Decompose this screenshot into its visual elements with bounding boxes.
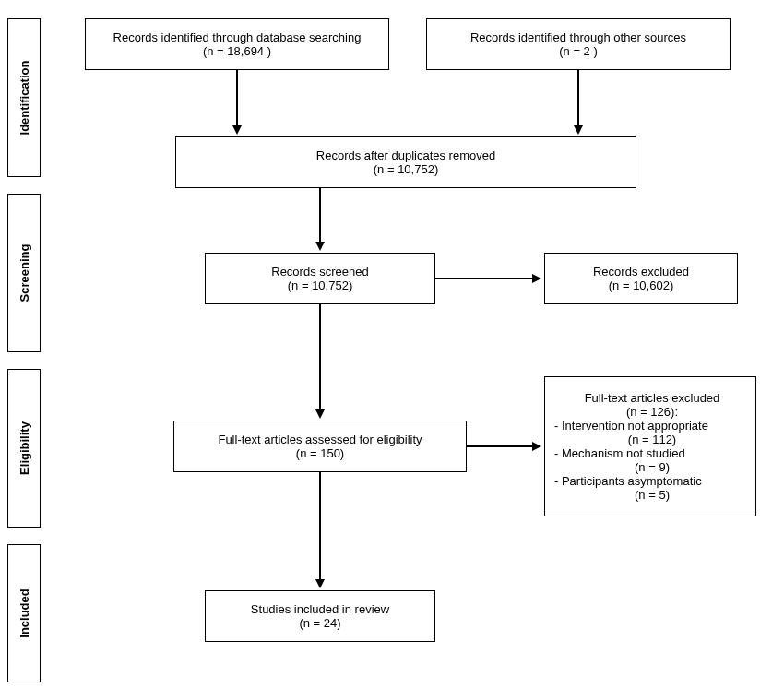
arrow [577, 70, 579, 125]
arrowhead-icon [232, 125, 242, 135]
box-text: (n = 10,752) [288, 279, 352, 292]
phase-label: Screening [18, 244, 31, 303]
phase-included: Included [7, 544, 41, 682]
box-excluded-screening: Records excluded (n = 10,602) [544, 253, 738, 304]
prisma-flow-diagram: Identification Screening Eligibility Inc… [0, 0, 784, 700]
box-text: (n = 150) [296, 446, 344, 460]
box-text: Full-text articles excluded [585, 391, 720, 405]
arrow [435, 278, 532, 279]
arrow [319, 472, 321, 579]
box-screened: Records screened (n = 10,752) [205, 253, 435, 304]
box-text: Records screened [271, 265, 369, 279]
box-text: (n = 2 ) [559, 44, 598, 58]
box-text: Records identified through database sear… [113, 30, 362, 44]
arrow [319, 304, 321, 409]
box-text: - Mechanism not studied [554, 446, 685, 460]
box-text: (n = 18,694 ) [203, 44, 271, 58]
box-db-search: Records identified through database sear… [85, 18, 389, 70]
arrowhead-icon [574, 125, 583, 135]
box-text: (n = 10,602) [609, 279, 673, 292]
box-text: - Intervention not appropriate [554, 419, 708, 433]
box-after-duplicates: Records after duplicates removed (n = 10… [175, 136, 636, 188]
box-fulltext-excluded: Full-text articles excluded (n = 126): -… [544, 376, 756, 516]
box-text: Studies included in review [251, 602, 389, 616]
arrow [467, 445, 532, 447]
arrowhead-icon [532, 442, 541, 451]
box-other-sources: Records identified through other sources… [426, 18, 731, 70]
arrowhead-icon [315, 242, 325, 251]
box-text: - Participants asymptomatic [554, 474, 702, 488]
arrowhead-icon [315, 409, 325, 419]
box-text: Records excluded [593, 265, 689, 279]
phase-label: Included [18, 588, 31, 637]
box-text: Records identified through other sources [470, 30, 686, 44]
arrow [319, 188, 321, 242]
box-text: Records after duplicates removed [316, 148, 495, 162]
arrowhead-icon [315, 579, 325, 588]
box-text: (n = 10,752) [374, 162, 438, 176]
box-text: Full-text articles assessed for eligibil… [218, 433, 422, 446]
box-fulltext-assessed: Full-text articles assessed for eligibil… [173, 421, 467, 472]
box-text: (n = 24) [299, 616, 340, 630]
phase-eligibility: Eligibility [7, 369, 41, 528]
phase-label: Identification [18, 61, 31, 136]
box-text: (n = 9) [635, 460, 670, 474]
phase-screening: Screening [7, 194, 41, 352]
box-text: (n = 112) [628, 433, 676, 446]
arrowhead-icon [532, 274, 541, 283]
phase-label: Eligibility [18, 421, 31, 475]
box-text: (n = 5) [635, 488, 670, 502]
phase-identification: Identification [7, 18, 41, 177]
box-included: Studies included in review (n = 24) [205, 590, 435, 642]
arrow [236, 70, 238, 125]
box-text: (n = 126): [626, 405, 678, 419]
